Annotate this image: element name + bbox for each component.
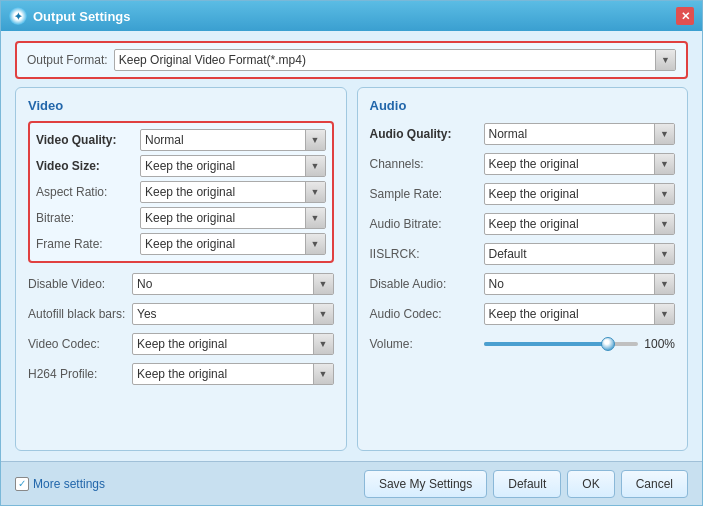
frame-rate-arrow[interactable]: ▼: [305, 234, 325, 254]
bitrate-select[interactable]: Keep the original ▼: [140, 207, 326, 229]
audio-bitrate-value: Keep the original: [485, 217, 655, 231]
more-settings-toggle[interactable]: ✓ More settings: [15, 477, 364, 491]
autofill-label: Autofill black bars:: [28, 307, 128, 321]
frame-rate-label: Frame Rate:: [36, 237, 136, 251]
disable-audio-select[interactable]: No ▼: [484, 273, 676, 295]
audio-codec-label: Audio Codec:: [370, 307, 480, 321]
more-settings-checkbox[interactable]: ✓: [15, 477, 29, 491]
aspect-ratio-select[interactable]: Keep the original ▼: [140, 181, 326, 203]
save-settings-button[interactable]: Save My Settings: [364, 470, 487, 498]
autofill-value: Yes: [133, 307, 313, 321]
video-codec-arrow[interactable]: ▼: [313, 334, 333, 354]
aspect-ratio-row: Aspect Ratio: Keep the original ▼: [36, 179, 326, 205]
sample-rate-label: Sample Rate:: [370, 187, 480, 201]
video-size-select[interactable]: Keep the original ▼: [140, 155, 326, 177]
app-icon: ✦: [9, 7, 27, 25]
audio-panel: Audio Audio Quality: Normal ▼ Channels: …: [357, 87, 689, 451]
panels-row: Video Video Quality: Normal ▼ Video Size: [15, 87, 688, 451]
default-button[interactable]: Default: [493, 470, 561, 498]
output-format-label: Output Format:: [27, 53, 108, 67]
disable-audio-label: Disable Audio:: [370, 277, 480, 291]
h264-profile-select[interactable]: Keep the original ▼: [132, 363, 334, 385]
video-size-row: Video Size: Keep the original ▼: [36, 153, 326, 179]
sample-rate-value: Keep the original: [485, 187, 655, 201]
audio-quality-label: Audio Quality:: [370, 127, 480, 141]
title-bar: ✦ Output Settings ✕: [1, 1, 702, 31]
sample-rate-select[interactable]: Keep the original ▼: [484, 183, 676, 205]
more-settings-label: More settings: [33, 477, 105, 491]
video-quality-select[interactable]: Normal ▼: [140, 129, 326, 151]
sample-rate-arrow[interactable]: ▼: [654, 184, 674, 204]
video-codec-select[interactable]: Keep the original ▼: [132, 333, 334, 355]
window-title: Output Settings: [33, 9, 676, 24]
h264-profile-row: H264 Profile: Keep the original ▼: [28, 361, 334, 387]
footer: ✓ More settings Save My Settings Default…: [1, 461, 702, 505]
output-format-row: Output Format: Keep Original Video Forma…: [15, 41, 688, 79]
audio-quality-select[interactable]: Normal ▼: [484, 123, 676, 145]
aspect-ratio-label: Aspect Ratio:: [36, 185, 136, 199]
iislrck-label: IISLRCK:: [370, 247, 480, 261]
iislrck-select[interactable]: Default ▼: [484, 243, 676, 265]
audio-quality-arrow[interactable]: ▼: [654, 124, 674, 144]
sample-rate-row: Sample Rate: Keep the original ▼: [370, 181, 676, 207]
close-button[interactable]: ✕: [676, 7, 694, 25]
disable-audio-value: No: [485, 277, 655, 291]
audio-bitrate-label: Audio Bitrate:: [370, 217, 480, 231]
audio-bitrate-row: Audio Bitrate: Keep the original ▼: [370, 211, 676, 237]
channels-row: Channels: Keep the original ▼: [370, 151, 676, 177]
video-quality-value: Normal: [141, 133, 305, 147]
video-size-label: Video Size:: [36, 159, 136, 173]
disable-video-arrow[interactable]: ▼: [313, 274, 333, 294]
bitrate-row: Bitrate: Keep the original ▼: [36, 205, 326, 231]
audio-codec-arrow[interactable]: ▼: [654, 304, 674, 324]
output-format-arrow[interactable]: ▼: [655, 50, 675, 70]
volume-slider-thumb[interactable]: [601, 337, 615, 351]
main-content: Output Format: Keep Original Video Forma…: [1, 31, 702, 461]
video-quality-label: Video Quality:: [36, 133, 136, 147]
frame-rate-select[interactable]: Keep the original ▼: [140, 233, 326, 255]
output-format-value: Keep Original Video Format(*.mp4): [115, 53, 655, 67]
channels-arrow[interactable]: ▼: [654, 154, 674, 174]
aspect-ratio-arrow[interactable]: ▼: [305, 182, 325, 202]
cancel-button[interactable]: Cancel: [621, 470, 688, 498]
frame-rate-value: Keep the original: [141, 237, 305, 251]
channels-value: Keep the original: [485, 157, 655, 171]
ok-button[interactable]: OK: [567, 470, 614, 498]
frame-rate-row: Frame Rate: Keep the original ▼: [36, 231, 326, 257]
bitrate-arrow[interactable]: ▼: [305, 208, 325, 228]
video-settings-grid: Video Quality: Normal ▼ Video Size: Keep…: [28, 121, 334, 387]
bitrate-label: Bitrate:: [36, 211, 136, 225]
audio-panel-title: Audio: [370, 98, 676, 113]
audio-bitrate-arrow[interactable]: ▼: [654, 214, 674, 234]
aspect-ratio-value: Keep the original: [141, 185, 305, 199]
autofill-row: Autofill black bars: Yes ▼: [28, 301, 334, 327]
video-panel: Video Video Quality: Normal ▼ Video Size: [15, 87, 347, 451]
video-codec-label: Video Codec:: [28, 337, 128, 351]
output-settings-window: ✦ Output Settings ✕ Output Format: Keep …: [0, 0, 703, 506]
channels-select[interactable]: Keep the original ▼: [484, 153, 676, 175]
autofill-arrow[interactable]: ▼: [313, 304, 333, 324]
audio-bitrate-select[interactable]: Keep the original ▼: [484, 213, 676, 235]
audio-quality-row: Audio Quality: Normal ▼: [370, 121, 676, 147]
video-quality-row: Video Quality: Normal ▼: [36, 127, 326, 153]
iislrck-arrow[interactable]: ▼: [654, 244, 674, 264]
audio-codec-value: Keep the original: [485, 307, 655, 321]
disable-video-select[interactable]: No ▼: [132, 273, 334, 295]
disable-audio-row: Disable Audio: No ▼: [370, 271, 676, 297]
h264-profile-arrow[interactable]: ▼: [313, 364, 333, 384]
audio-codec-select[interactable]: Keep the original ▼: [484, 303, 676, 325]
autofill-select[interactable]: Yes ▼: [132, 303, 334, 325]
video-size-arrow[interactable]: ▼: [305, 156, 325, 176]
audio-settings-grid: Audio Quality: Normal ▼ Channels: Keep t…: [370, 121, 676, 357]
iislrck-row: IISLRCK: Default ▼: [370, 241, 676, 267]
disable-audio-arrow[interactable]: ▼: [654, 274, 674, 294]
video-codec-value: Keep the original: [133, 337, 313, 351]
volume-slider-track[interactable]: [484, 342, 639, 346]
bitrate-value: Keep the original: [141, 211, 305, 225]
channels-label: Channels:: [370, 157, 480, 171]
disable-video-label: Disable Video:: [28, 277, 128, 291]
output-format-select[interactable]: Keep Original Video Format(*.mp4) ▼: [114, 49, 676, 71]
iislrck-value: Default: [485, 247, 655, 261]
audio-codec-row: Audio Codec: Keep the original ▼: [370, 301, 676, 327]
video-quality-arrow[interactable]: ▼: [305, 130, 325, 150]
